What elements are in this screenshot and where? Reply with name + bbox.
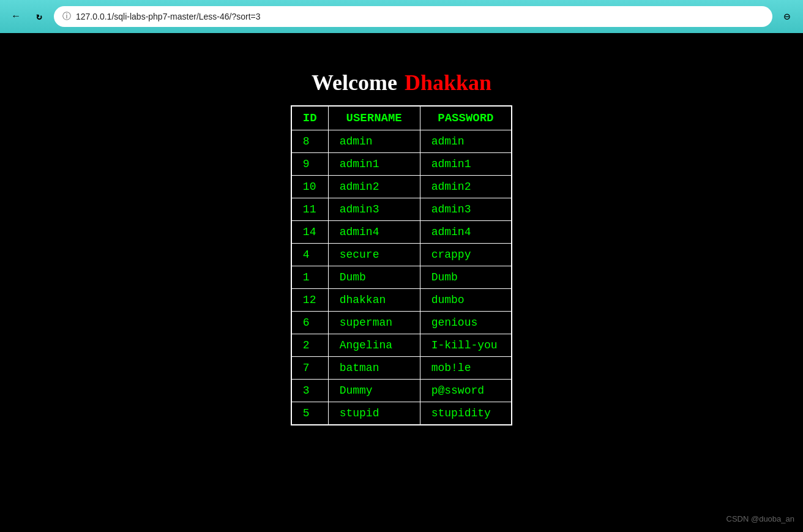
cell-password: Dumb (420, 266, 512, 289)
cell-username: admin (328, 130, 420, 153)
table-row: 4securecrappy (291, 244, 512, 266)
welcome-heading: Welcome Dhakkan (312, 70, 491, 96)
table-row: 10admin2admin2 (291, 176, 512, 198)
cell-password: crappy (420, 244, 512, 266)
cell-username: superman (328, 312, 420, 334)
cell-username: Dumb (328, 266, 420, 289)
cell-username: admin4 (328, 221, 420, 244)
table-row: 14admin4admin4 (291, 221, 512, 244)
cell-id: 2 (291, 334, 328, 357)
back-button[interactable]: ← (7, 8, 24, 25)
info-icon: ⓘ (62, 11, 71, 22)
cell-password: genious (420, 312, 512, 334)
table-row: 9admin1admin1 (291, 153, 512, 176)
cell-password: mob!le (420, 357, 512, 380)
cell-password: I-kill-you (420, 334, 512, 357)
table-row: 2AngelinaI-kill-you (291, 334, 512, 357)
cell-id: 10 (291, 176, 328, 198)
cell-id: 3 (291, 380, 328, 402)
col-header-id: ID (291, 106, 328, 130)
table-row: 12dhakkandumbo (291, 289, 512, 312)
cell-username: Dummy (328, 380, 420, 402)
table-header-row: ID USERNAME PASSWORD (291, 106, 512, 130)
cell-password: stupidity (420, 402, 512, 425)
cell-username: Angelina (328, 334, 420, 357)
cell-id: 5 (291, 402, 328, 425)
footer-watermark: CSDN @duoba_an (726, 514, 794, 523)
table-row: 1DumbDumb (291, 266, 512, 289)
cell-username: secure (328, 244, 420, 266)
welcome-name: Dhakkan (405, 70, 491, 96)
cell-password: admin (420, 130, 512, 153)
cell-password: dumbo (420, 289, 512, 312)
cell-password: admin2 (420, 176, 512, 198)
welcome-text: Welcome (312, 70, 397, 96)
zoom-button[interactable]: ⊖ (779, 8, 796, 25)
address-bar[interactable]: ⓘ 127.0.0.1/sqli-labs-php7-master/Less-4… (54, 6, 772, 27)
table-row: 11admin3admin3 (291, 198, 512, 221)
page-content: Welcome Dhakkan ID USERNAME PASSWORD 8ad… (0, 33, 803, 532)
cell-username: dhakkan (328, 289, 420, 312)
cell-id: 6 (291, 312, 328, 334)
cell-password: p@ssword (420, 380, 512, 402)
cell-id: 4 (291, 244, 328, 266)
cell-password: admin4 (420, 221, 512, 244)
cell-username: admin2 (328, 176, 420, 198)
cell-id: 12 (291, 289, 328, 312)
data-table: ID USERNAME PASSWORD 8adminadmin9admin1a… (291, 105, 512, 425)
cell-id: 14 (291, 221, 328, 244)
col-header-username: USERNAME (328, 106, 420, 130)
cell-id: 9 (291, 153, 328, 176)
cell-username: stupid (328, 402, 420, 425)
table-row: 3Dummyp@ssword (291, 380, 512, 402)
table-row: 5stupidstupidity (291, 402, 512, 425)
cell-password: admin3 (420, 198, 512, 221)
cell-id: 11 (291, 198, 328, 221)
cell-password: admin1 (420, 153, 512, 176)
cell-id: 8 (291, 130, 328, 153)
table-row: 6supermangenious (291, 312, 512, 334)
reload-button[interactable]: ↻ (31, 8, 48, 25)
browser-chrome: ← ↻ ⓘ 127.0.0.1/sqli-labs-php7-master/Le… (0, 0, 803, 33)
url-text: 127.0.0.1/sqli-labs-php7-master/Less-46/… (76, 12, 261, 21)
col-header-password: PASSWORD (420, 106, 512, 130)
cell-username: batman (328, 357, 420, 380)
cell-username: admin1 (328, 153, 420, 176)
table-row: 8adminadmin (291, 130, 512, 153)
table-row: 7batmanmob!le (291, 357, 512, 380)
cell-username: admin3 (328, 198, 420, 221)
cell-id: 1 (291, 266, 328, 289)
cell-id: 7 (291, 357, 328, 380)
